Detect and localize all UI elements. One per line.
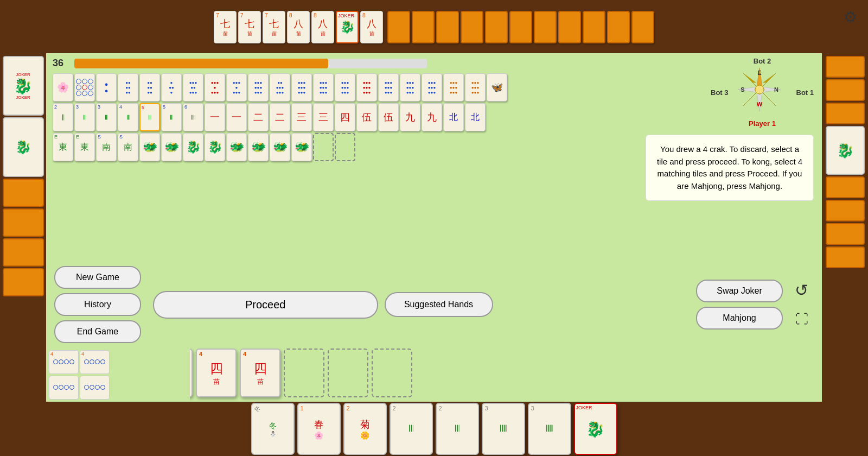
proceed-button[interactable]: Proceed <box>153 291 378 319</box>
history-button[interactable]: History <box>54 293 141 316</box>
left-buttons-group: New Game History End Game <box>54 266 146 343</box>
undo-button[interactable]: ↺ <box>789 278 814 302</box>
player-bamboo-tile-1[interactable]: 2 𝄃𝄃 <box>390 403 433 455</box>
bamboo-tile[interactable]: 5 𝄃𝄃 <box>139 103 160 131</box>
back-tile <box>558 11 581 43</box>
player-bamboo-tile-3[interactable]: 3 𝄃𝄃𝄃 <box>482 403 525 455</box>
dragon-tile[interactable]: 🐲 <box>226 133 247 161</box>
wind-tile[interactable]: E 東 <box>53 133 73 161</box>
player-tiles-row: 冬 冬 ⛄ 1 春 🌸 2 菊 🌼 2 𝄃𝄃 2 𝄃𝄃 3 𝄃𝄃� <box>251 403 617 455</box>
settings-icon[interactable]: ⚙ <box>844 8 857 26</box>
bamboo-tile[interactable]: 4 𝄃𝄃 <box>118 103 138 131</box>
dragon-tile[interactable]: 🐲 <box>291 133 312 161</box>
crak-tile[interactable]: 三 <box>291 103 312 131</box>
bamboo-tile[interactable]: 3 𝄃𝄃 <box>96 103 117 131</box>
bamboo-tile[interactable]: 5 𝄃𝄃 <box>161 103 182 131</box>
empty-hand-slot-3[interactable] <box>372 349 412 397</box>
circle-tile[interactable]: ●●●●●●●● <box>270 73 290 102</box>
swap-joker-button[interactable]: Swap Joker <box>696 280 783 302</box>
svg-marker-5 <box>763 73 776 86</box>
circle-tile[interactable]: ●●●●●●● <box>205 73 225 102</box>
top-tile-1[interactable]: 7 七 苗 <box>214 11 237 43</box>
empty-hand-slot-2[interactable] <box>328 349 368 397</box>
circle-tile[interactable]: ●●●●●●● <box>226 73 247 102</box>
circle-tile[interactable]: ●●●●●●●●● <box>422 73 442 102</box>
top-tile-6[interactable]: 8 八 苗 <box>360 11 383 43</box>
suggested-hands-button[interactable]: Suggested Hands <box>385 292 493 317</box>
crak-tile[interactable]: 九 <box>422 103 442 131</box>
meld-tile: 4 <box>49 350 79 374</box>
player-flower-tile-2[interactable]: 2 菊 🌼 <box>343 403 387 455</box>
dragon-tile[interactable]: 🐉 <box>183 133 203 161</box>
mahjong-button[interactable]: Mahjong <box>696 307 783 330</box>
circle-tile[interactable]: ●●●●●●●●● <box>443 73 464 102</box>
empty-hand-slot-1[interactable] <box>284 349 324 397</box>
wind-tile[interactable]: 北 <box>443 103 464 131</box>
top-tile-5[interactable]: 8 八 苗 <box>311 11 334 43</box>
circle-tile[interactable]: ●●●●●●●●● <box>335 73 355 102</box>
player-bamboo-tile-4[interactable]: 3 𝄃𝄃𝄃 <box>528 403 571 455</box>
hand-tile-2[interactable]: 4 四 苗 <box>196 349 237 397</box>
player-flower-tile-1[interactable]: 1 春 🌸 <box>297 403 341 455</box>
bamboo-tile[interactable]: 6 𝄃𝄃𝄃 <box>183 103 203 131</box>
player-season-tile[interactable]: 冬 冬 ⛄ <box>251 403 295 455</box>
circle-tile[interactable]: ●●●●●●●●● <box>313 73 334 102</box>
circle-tile[interactable]: 🌸 <box>53 73 73 102</box>
player-joker-tile[interactable]: JOKER 🐉 <box>574 403 617 455</box>
svg-marker-7 <box>763 93 776 106</box>
right-back-tile <box>826 79 865 101</box>
bamboo-tile[interactable]: 3 𝄃𝄃 <box>74 103 95 131</box>
circle-tile[interactable]: ●●●●●● <box>118 73 138 102</box>
crak-tile[interactable]: 伍 <box>356 103 377 131</box>
bamboo-tile[interactable]: 2 𝄃 <box>53 103 73 131</box>
wind-tile[interactable]: S 南 <box>118 133 138 161</box>
crak-tile[interactable]: 二 <box>248 103 269 131</box>
top-tile-2[interactable]: 7 七 苗 <box>238 11 261 43</box>
svg-text:S: S <box>741 86 744 93</box>
empty-tile[interactable] <box>335 133 355 161</box>
crak-tile[interactable]: 二 <box>270 103 290 131</box>
circle-tile[interactable]: ●●●●●●●● <box>183 73 203 102</box>
crak-tile[interactable]: 四 <box>335 103 355 131</box>
top-tile-3[interactable]: 7 七 苗 <box>263 11 285 43</box>
left-joker-tile-2: 🐉 <box>3 117 44 177</box>
circle-tile[interactable]: ●●●● <box>161 73 182 102</box>
dragon-tile[interactable]: 🐲 <box>270 133 290 161</box>
crak-tile[interactable]: 一 <box>205 103 225 131</box>
dragon-tile[interactable]: 🐉 <box>205 133 225 161</box>
end-game-button[interactable]: End Game <box>54 320 141 343</box>
wind-tile[interactable]: E 東 <box>74 133 95 161</box>
circle-tile[interactable]: ●●●●●●●●● <box>356 73 377 102</box>
circle-tile[interactable]: ●●●●●●●●● <box>378 73 399 102</box>
dragon-tile[interactable]: 🐲 <box>248 133 269 161</box>
meld-group-1: 4 4 <box>49 350 110 400</box>
crak-tile[interactable]: 九 <box>400 103 420 131</box>
empty-tile[interactable] <box>313 133 334 161</box>
circle-tile[interactable] <box>74 73 95 102</box>
left-back-tile <box>3 238 44 267</box>
compass-area: Bot 2 Bot 3 Bot 1 Player 1 E W S N <box>708 54 816 130</box>
new-game-button[interactable]: New Game <box>54 266 141 289</box>
hand-tile-3[interactable]: 4 四 苗 <box>240 349 280 397</box>
circle-tile[interactable]: ●●●●●● <box>139 73 160 102</box>
crak-tile[interactable]: 伍 <box>378 103 399 131</box>
crak-tile[interactable]: 一 <box>226 103 247 131</box>
wind-tile[interactable]: S 南 <box>96 133 117 161</box>
circle-tile[interactable]: ●●●●●●●●● <box>465 73 486 102</box>
top-tile-4[interactable]: 8 八 苗 <box>287 11 310 43</box>
fullscreen-button[interactable]: ⛶ <box>789 307 814 331</box>
top-tile-joker[interactable]: JOKER 🐉 <box>336 11 359 43</box>
right-back-tile <box>826 246 865 268</box>
wind-tile[interactable]: 北 <box>465 103 486 131</box>
crak-tile[interactable]: 三 <box>313 103 334 131</box>
circle-tile[interactable]: ●●●●●●●●● <box>248 73 269 102</box>
special-tile[interactable]: 🦋 <box>487 73 507 102</box>
circle-tile[interactable]: ●●●●●●●●● <box>400 73 420 102</box>
lower-left-meld: 4 4 <box>46 347 190 402</box>
player-bamboo-tile-2[interactable]: 2 𝄃𝄃 <box>436 403 479 455</box>
circle-tile[interactable]: ●● <box>96 73 117 102</box>
dragon-tile[interactable]: 🐲 <box>161 133 182 161</box>
circle-tile[interactable]: ●●●●●●●●● <box>291 73 312 102</box>
svg-text:N: N <box>774 86 778 93</box>
dragon-tile[interactable]: 🐲 <box>139 133 160 161</box>
